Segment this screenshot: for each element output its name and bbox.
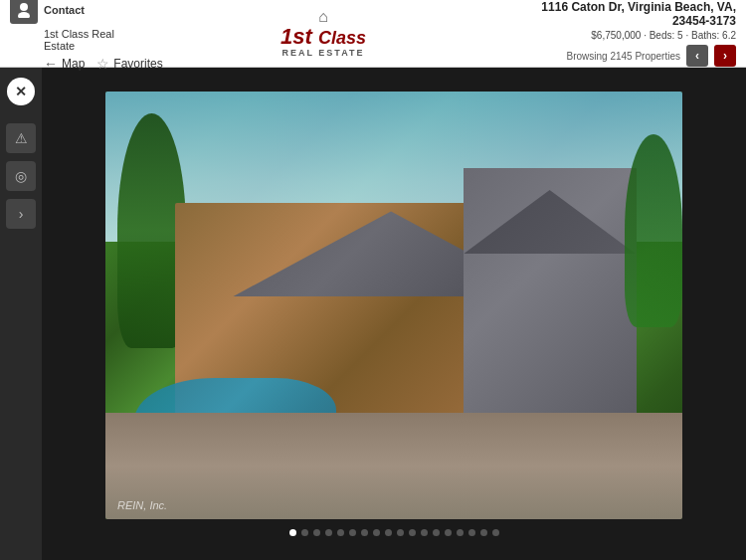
contact-row: Contact — [10, 0, 139, 24]
logo-real-estate: REAL ESTATE — [281, 49, 364, 59]
logo-1st: 1st — [280, 24, 318, 49]
photo-dot-6[interactable] — [361, 529, 368, 536]
close-button[interactable]: ✕ — [7, 78, 35, 105]
photo-dot-1[interactable] — [301, 529, 308, 536]
next-arrow-icon: › — [723, 49, 727, 63]
contact-label[interactable]: Contact — [44, 4, 85, 16]
photo-dot-14[interactable] — [457, 529, 464, 536]
header-center: ⌂ 1st Class REAL ESTATE — [139, 8, 507, 60]
photo-area: REIN, Inc. — [42, 68, 746, 560]
next-property-button[interactable]: › — [714, 45, 736, 67]
photo-dot-16[interactable] — [480, 529, 487, 536]
prev-property-button[interactable]: ‹ — [686, 45, 708, 67]
logo: ⌂ 1st Class REAL ESTATE — [280, 8, 366, 60]
info-icon: ◎ — [15, 168, 27, 184]
prev-arrow-icon: ‹ — [695, 49, 699, 63]
photo-dot-3[interactable] — [325, 529, 332, 536]
photo-dot-7[interactable] — [373, 529, 380, 536]
svg-point-0 — [20, 3, 28, 11]
photo-dot-2[interactable] — [313, 529, 320, 536]
driveway — [105, 413, 682, 520]
property-address: 1116 Caton Dr, Virginia Beach, VA, 23454… — [507, 0, 736, 28]
tree-right-icon — [625, 134, 682, 327]
photo-dots-indicator — [289, 529, 499, 536]
photo-dot-13[interactable] — [445, 529, 452, 536]
star-icon: ☆ — [96, 56, 109, 72]
header-left: Contact 1st Class Real Estate ← Map ☆ Fa… — [10, 0, 139, 72]
photo-dot-17[interactable] — [492, 529, 499, 536]
main-content: ✕ ⚠ ◎ › — [0, 68, 746, 560]
property-beds: Beds: 5 — [650, 30, 683, 41]
property-photo: REIN, Inc. — [105, 92, 682, 519]
header-right: 1116 Caton Dr, Virginia Beach, VA, 23454… — [507, 0, 736, 67]
logo-class: Class — [318, 28, 366, 48]
browse-text: Browsing 2145 Properties — [566, 51, 680, 62]
app-header: Contact 1st Class Real Estate ← Map ☆ Fa… — [0, 0, 746, 68]
photo-dot-11[interactable] — [421, 529, 428, 536]
photo-dot-0[interactable] — [289, 529, 296, 536]
photo-dot-5[interactable] — [349, 529, 356, 536]
property-baths: Baths: 6.2 — [691, 30, 736, 41]
svg-point-1 — [18, 12, 30, 18]
logo-wrap: ⌂ 1st Class REAL ESTATE — [280, 8, 366, 60]
photo-dot-8[interactable] — [385, 529, 392, 536]
property-details: $6,750,000 · Beds: 5 · Baths: 6.2 — [591, 30, 736, 41]
browse-row: Browsing 2145 Properties ‹ › — [566, 45, 736, 67]
logo-line1: 1st Class — [280, 25, 366, 49]
map-label: Map — [62, 57, 85, 71]
logo-roofline-icon: ⌂ — [318, 8, 328, 26]
nav-row: ← Map ☆ Favorites — [44, 56, 139, 72]
sidebar-icon-circle[interactable]: ◎ — [6, 161, 36, 191]
chevron-right-icon: › — [19, 206, 24, 222]
photo-dot-10[interactable] — [409, 529, 416, 536]
map-button[interactable]: ← Map — [44, 56, 85, 72]
sidebar: ✕ ⚠ ◎ › — [0, 68, 42, 560]
close-icon: ✕ — [15, 84, 27, 99]
contact-avatar[interactable] — [10, 0, 38, 24]
agency-name: 1st Class Real Estate — [44, 28, 139, 52]
photo-dot-12[interactable] — [433, 529, 440, 536]
property-photo-frame[interactable]: REIN, Inc. — [105, 92, 682, 519]
sidebar-icon-nav[interactable]: › — [6, 199, 36, 229]
photo-dot-9[interactable] — [397, 529, 404, 536]
sidebar-icon-warning[interactable]: ⚠ — [6, 123, 36, 153]
property-price: $6,750,000 — [591, 30, 641, 41]
back-arrow-icon: ← — [44, 56, 58, 72]
warning-icon: ⚠ — [15, 130, 28, 146]
photo-dot-4[interactable] — [337, 529, 344, 536]
photo-dot-15[interactable] — [468, 529, 475, 536]
photo-watermark: REIN, Inc. — [117, 499, 167, 511]
